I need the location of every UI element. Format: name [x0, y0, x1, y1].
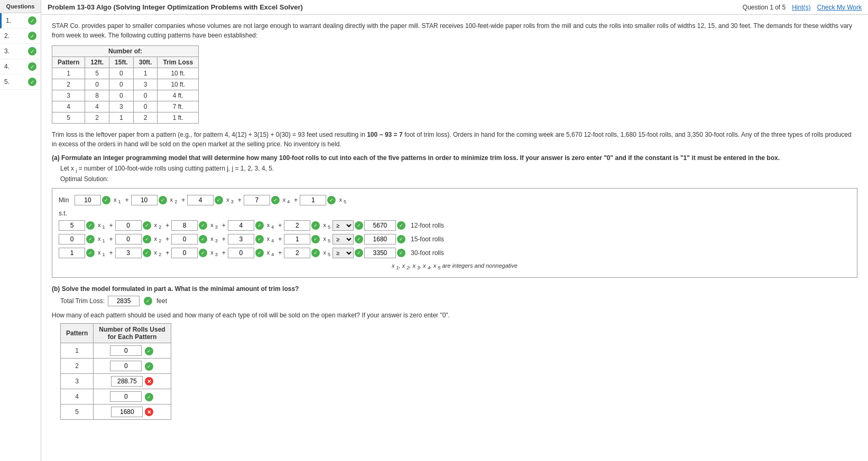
obj-coef-1[interactable]: [75, 195, 101, 205]
col-15ft: 15ft.: [109, 57, 134, 68]
c2-var-4: x 4: [267, 236, 274, 243]
c1-check-4: ✓: [255, 221, 264, 230]
c1-coef-4[interactable]: [228, 220, 254, 231]
integers-note: x 1, x 2, x 3, x 4, x 5 are integers and…: [59, 262, 851, 270]
c2-var-2: x 2: [154, 236, 162, 243]
objective-row: Min ✓ x 1 + ✓ x 2 + ✓ x 3 +: [59, 195, 851, 205]
trim-loss-label: Total Trim Loss:: [60, 297, 105, 305]
obj-check-5: ✓: [327, 196, 336, 204]
rolls-row-2: 2 ✓: [61, 358, 171, 373]
patterns-table: Number of: Pattern 12ft. 15ft. 30ft. Tri…: [52, 45, 199, 124]
rolls-row-1: 1 ✓: [61, 343, 171, 358]
c3-coef-5[interactable]: [284, 248, 310, 258]
c2-coef-1[interactable]: [59, 234, 85, 244]
obj-var-1: x 1: [114, 196, 121, 204]
obj-coef-3[interactable]: [187, 195, 214, 205]
obj-check-1: ✓: [102, 196, 110, 204]
c3-check-4: ✓: [255, 249, 264, 257]
part-a-label: (a) Formulate an integer programming mod…: [52, 154, 857, 162]
c1-check-3: ✓: [199, 221, 207, 230]
c2-var-1: x 1: [98, 236, 105, 243]
c3-check-2: ✓: [143, 249, 151, 257]
part-b-section: (b) Solve the model formulated in part a…: [52, 285, 857, 420]
header-bar: Problem 13-03 Algo (Solving Integer Opti…: [41, 0, 868, 15]
c3-coef-4[interactable]: [228, 248, 254, 258]
c3-var-5: x 5: [323, 249, 330, 257]
c2-check-4: ✓: [255, 235, 264, 243]
c1-var-2: x 2: [154, 222, 162, 230]
rolls-input-4[interactable]: [110, 391, 142, 402]
table-row: 52121 ft.: [52, 112, 199, 124]
sidebar-item-3[interactable]: 3. ✓: [0, 44, 41, 59]
rolls-input-5[interactable]: [111, 407, 143, 417]
check-icon-2: ✓: [28, 32, 36, 40]
c2-check-3: ✓: [199, 235, 207, 243]
obj-coef-4[interactable]: [244, 195, 270, 205]
c1-coef-2[interactable]: [115, 220, 142, 231]
rolls-question: How many of each pattern should be used …: [52, 312, 857, 319]
c3-coef-3[interactable]: [171, 248, 198, 258]
c1-check-2: ✓: [143, 221, 151, 230]
c2-rhs[interactable]: [364, 234, 396, 244]
c1-coef-1[interactable]: [59, 220, 85, 231]
check-icon-4: ✓: [28, 62, 36, 71]
obj-coef-2[interactable]: [131, 195, 158, 205]
question-number: Question 1 of 5: [743, 4, 786, 11]
c2-coef-2[interactable]: [115, 234, 142, 244]
c2-relation[interactable]: ≥≤=: [333, 234, 354, 244]
c3-rel-check: ✓: [355, 249, 363, 257]
rolls-col-used: Number of Rolls Usedfor Each Pattern: [94, 323, 171, 343]
trim-loss-row: Total Trim Loss: ✓ feet: [60, 296, 857, 306]
obj-var-4: x 4: [283, 196, 290, 204]
sidebar-item-2[interactable]: 2. ✓: [0, 29, 41, 44]
trim-loss-input[interactable]: [108, 296, 140, 306]
col-12ft: 12ft.: [85, 57, 109, 68]
c2-coef-5[interactable]: [284, 234, 310, 244]
obj-check-3: ✓: [215, 196, 223, 204]
c2-rel-check: ✓: [355, 235, 363, 243]
problem-intro: STAR Co. provides paper to smaller compa…: [52, 21, 857, 40]
sidebar: Questions 1. ✓ 2. ✓ 3. ✓ 4. ✓ 5. ✓: [0, 0, 41, 461]
part-b-label: (b) Solve the model formulated in part a…: [52, 285, 857, 293]
c1-roll-label: 12-foot rolls: [411, 222, 444, 229]
sidebar-header: Questions: [0, 0, 41, 13]
c2-check-2: ✓: [143, 235, 151, 243]
c3-rhs[interactable]: [364, 248, 396, 258]
c3-var-4: x 4: [267, 249, 274, 257]
c3-relation[interactable]: ≥≤=: [333, 248, 354, 258]
c3-check-3: ✓: [199, 249, 207, 257]
obj-coef-5[interactable]: [300, 195, 326, 205]
c1-coef-5[interactable]: [284, 220, 310, 231]
check-work-button[interactable]: Check My Work: [817, 4, 862, 11]
c3-rhs-check: ✓: [397, 249, 405, 257]
c2-coef-4[interactable]: [228, 234, 254, 244]
rolls-input-2[interactable]: [110, 361, 142, 371]
c1-var-1: x 1: [98, 222, 105, 230]
c3-coef-1[interactable]: [59, 248, 85, 258]
problem-title: Problem 13-03 Algo (Solving Integer Opti…: [48, 3, 303, 11]
col-trim: Trim Loss: [158, 57, 199, 68]
sidebar-item-5[interactable]: 5. ✓: [0, 74, 41, 90]
problem-description: Trim loss is the leftover paper from a p…: [52, 130, 857, 149]
c3-roll-label: 30-foot rolls: [411, 249, 444, 257]
c2-coef-3[interactable]: [171, 234, 198, 244]
constraint-row-2: ✓ x 1 + ✓ x 2 + ✓ x 3 + ✓ x 4: [59, 234, 851, 244]
c3-var-1: x 1: [98, 249, 105, 257]
st-label: s.t.: [59, 210, 851, 217]
c3-var-2: x 2: [154, 249, 162, 257]
table-row: 200310 ft.: [52, 79, 199, 90]
sidebar-item-4[interactable]: 4. ✓: [0, 59, 41, 74]
c1-coef-3[interactable]: [171, 220, 198, 231]
rolls-input-1[interactable]: [110, 345, 142, 356]
rolls-input-3[interactable]: [111, 376, 143, 387]
c1-relation[interactable]: ≥≤=: [333, 220, 354, 231]
rolls-col-pattern: Pattern: [61, 323, 94, 343]
hint-link[interactable]: Hint(s): [792, 4, 810, 11]
obj-var-2: x 2: [170, 196, 178, 204]
sidebar-item-1[interactable]: 1. ✓: [0, 13, 41, 29]
c3-check-1: ✓: [86, 249, 95, 257]
table-row: 150110 ft.: [52, 68, 199, 79]
content-area: STAR Co. provides paper to smaller compa…: [41, 15, 868, 461]
c3-coef-2[interactable]: [115, 248, 142, 258]
c1-rhs[interactable]: [364, 220, 396, 231]
